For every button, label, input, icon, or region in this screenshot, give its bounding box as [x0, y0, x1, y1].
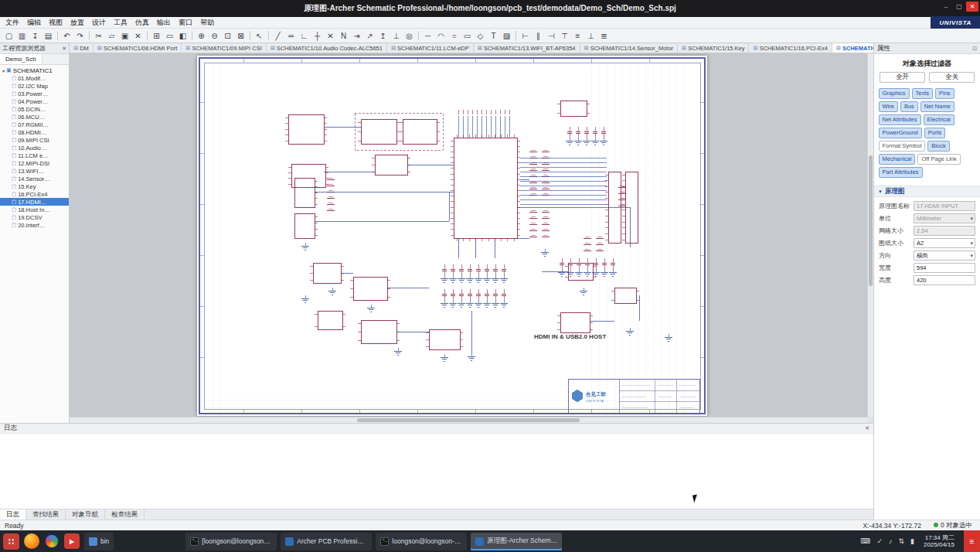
tree-item[interactable]: ▢ 15.Key — [0, 182, 69, 190]
zoom-in-icon[interactable]: ⊕ — [195, 29, 208, 43]
tree-item[interactable]: ▢ 11.LCM e… — [0, 152, 69, 159]
tree-item[interactable]: ▢ 20.Interf… — [0, 221, 69, 229]
image-tool-icon[interactable]: ▨ — [500, 29, 513, 43]
taskbar-window-button[interactable]: [loongson@loongson-… — [185, 533, 277, 550]
filter-chip[interactable]: Format Symbol — [879, 141, 926, 152]
grid-toggle-icon[interactable]: ⊞ — [150, 29, 163, 43]
zoom-fit-icon[interactable]: ⊡ — [221, 29, 234, 43]
tree-item[interactable]: ▢ 16.PCI-Ex4 — [0, 190, 69, 198]
zoom-out-icon[interactable]: ⊖ — [208, 29, 221, 43]
browser-icon[interactable] — [44, 533, 60, 549]
canvas-vertical-scrollbar[interactable] — [867, 53, 873, 417]
expander-icon[interactable]: ▾ — [2, 68, 5, 73]
pin-icon[interactable]: ⊡ — [972, 46, 977, 52]
align-middle-icon[interactable]: ≡ — [571, 29, 584, 43]
align-center-h-icon[interactable]: ∥ — [532, 29, 545, 43]
port-tool-icon[interactable]: ⇥ — [350, 29, 363, 43]
net-label-icon[interactable]: N — [337, 29, 350, 43]
menu-item[interactable]: 设计 — [88, 18, 110, 28]
filter-chip[interactable]: Texts — [912, 88, 934, 99]
redo-icon[interactable]: ↷ — [73, 29, 87, 43]
filter-chip[interactable]: Part Attributes — [879, 167, 923, 178]
property-input[interactable]: 横向 — [914, 250, 975, 261]
filter-chip[interactable]: Pins — [935, 88, 954, 99]
line-tool-icon[interactable]: ─ — [421, 29, 434, 43]
taskbar-window-button[interactable]: bin — [84, 533, 114, 550]
tree-item[interactable]: ▢ 06.MCU… — [0, 113, 69, 121]
tree-root-schematic1[interactable]: ▾ ▣ SCHEMATIC1 — [0, 66, 69, 74]
text-tool-icon[interactable]: T — [487, 29, 500, 43]
log-close-icon[interactable]: ✕ — [865, 425, 869, 431]
align-left-icon[interactable]: ⊢ — [519, 29, 532, 43]
arc-tool-icon[interactable]: ◠ — [434, 29, 447, 43]
tree-item[interactable]: ▢ 04.Power… — [0, 97, 69, 105]
bottom-tab[interactable]: 检查结果 — [105, 509, 145, 520]
maximize-button[interactable]: ▢ — [953, 2, 965, 12]
property-input[interactable]: 17.HDMI INPUT — [914, 201, 975, 211]
circle-tool-icon[interactable]: ○ — [447, 29, 461, 43]
input-method-icon[interactable]: ⌨ — [860, 537, 870, 545]
taskbar-clock[interactable]: 17:34 周二 2025/04/15 — [920, 534, 958, 549]
tree-item[interactable]: ▢ 18.Host In… — [0, 206, 69, 213]
schematic-canvas[interactable]: HDMI IN & USB2.0 HOST合见工软UNIVISTA — [70, 53, 873, 423]
copy-icon[interactable]: ▱ — [105, 29, 118, 43]
log-body[interactable] — [0, 434, 873, 509]
filter-chip[interactable]: Block — [927, 141, 949, 152]
tree-item[interactable]: ▢ 10.Audio… — [0, 144, 69, 152]
volume-icon[interactable]: ♪ — [889, 537, 893, 545]
menu-item[interactable]: 文件 — [2, 18, 23, 28]
schematic-sheet[interactable]: HDMI IN & USB2.0 HOST合见工软UNIVISTA — [197, 56, 707, 416]
tree-item[interactable]: ▢ 05.DCIN… — [0, 105, 69, 113]
menu-item[interactable]: 帮助 — [196, 18, 218, 28]
tree-item[interactable]: ▢ 12.MIPI-DSI — [0, 159, 69, 167]
property-input[interactable]: 420 — [914, 275, 975, 285]
filter-chip[interactable]: Wire — [879, 101, 898, 112]
menu-item[interactable]: 工具 — [110, 18, 131, 28]
document-tab[interactable]: ▤ SCHEMATIC1/13.WIFI_BT-AP6354 — [474, 43, 580, 53]
menu-item[interactable]: 仿真 — [131, 18, 153, 28]
bottom-tab[interactable]: 查找结果 — [26, 509, 66, 520]
align-right-icon[interactable]: ⊣ — [545, 29, 558, 43]
polygon-tool-icon[interactable]: ◇ — [474, 29, 487, 43]
tree-item[interactable]: ▢ 07.RGMII… — [0, 121, 69, 128]
tree-item[interactable]: ▢ 01.Modif… — [0, 74, 69, 82]
notification-center-button[interactable]: ≡ — [964, 530, 980, 552]
power-symbol-icon[interactable]: ↥ — [376, 29, 390, 43]
select-arrow-icon[interactable]: ↖ — [253, 29, 266, 43]
launcher-button[interactable] — [3, 533, 19, 550]
all-off-button[interactable]: 全关 — [929, 72, 975, 83]
undo-icon[interactable]: ↶ — [60, 29, 73, 43]
tree-item[interactable]: ▢ 09.MIPI CSI — [0, 136, 69, 144]
property-input[interactable]: A2 — [914, 238, 975, 248]
document-tab[interactable]: ▤ SCHEMATIC1/08.HDMI Port — [94, 43, 182, 53]
wire-tool-icon[interactable]: ╱ — [271, 29, 284, 43]
firefox-icon[interactable] — [24, 533, 39, 549]
ruler-icon[interactable]: ▭ — [163, 29, 176, 43]
menu-item[interactable]: 编辑 — [23, 18, 45, 28]
align-bottom-icon[interactable]: ⊥ — [584, 29, 597, 43]
tree-item[interactable]: ▢ 17.HDMI… — [0, 198, 69, 206]
property-input[interactable]: Millimeter — [914, 213, 975, 223]
print-icon[interactable]: ▤ — [42, 29, 55, 43]
ground-symbol-icon[interactable]: ⊥ — [390, 29, 403, 43]
menu-item[interactable]: 输出 — [153, 18, 175, 28]
filter-chip[interactable]: Graphics — [879, 88, 910, 99]
panel-close-icon[interactable]: ✕ — [62, 46, 66, 52]
taskbar-window-button[interactable]: loongson@loongson-… — [376, 533, 467, 550]
project-tab[interactable]: Demo_Sch — [0, 54, 43, 64]
junction-tool-icon[interactable]: ┼ — [311, 29, 324, 43]
filter-chip[interactable]: Ports — [924, 128, 946, 138]
document-tab[interactable]: ▤ SCHEMATIC1/15.Key — [678, 43, 749, 53]
taskbar-window-button[interactable]: Archer PCB Profession… — [281, 533, 372, 550]
tree-item[interactable]: ▢ 03.Power… — [0, 90, 69, 97]
document-tab[interactable]: ▤ SCHEMATIC1/16.PCI-Ex4 — [749, 43, 832, 53]
tree-item[interactable]: ▢ 13.WIFI… — [0, 167, 69, 175]
property-input[interactable]: 2.54 — [914, 226, 975, 236]
bus-tool-icon[interactable]: ═ — [284, 29, 298, 43]
distribute-icon[interactable]: ≣ — [597, 29, 611, 43]
all-on-button[interactable]: 全开 — [880, 72, 925, 83]
tree-item[interactable]: ▢ 08.HDMI… — [0, 128, 69, 136]
taskbar-window-button[interactable]: 原理图-Archer Schemat… — [471, 533, 562, 550]
bottom-tab[interactable]: 对象导航 — [66, 509, 105, 520]
tree-item[interactable]: ▢ 02.I2C Map — [0, 82, 69, 90]
